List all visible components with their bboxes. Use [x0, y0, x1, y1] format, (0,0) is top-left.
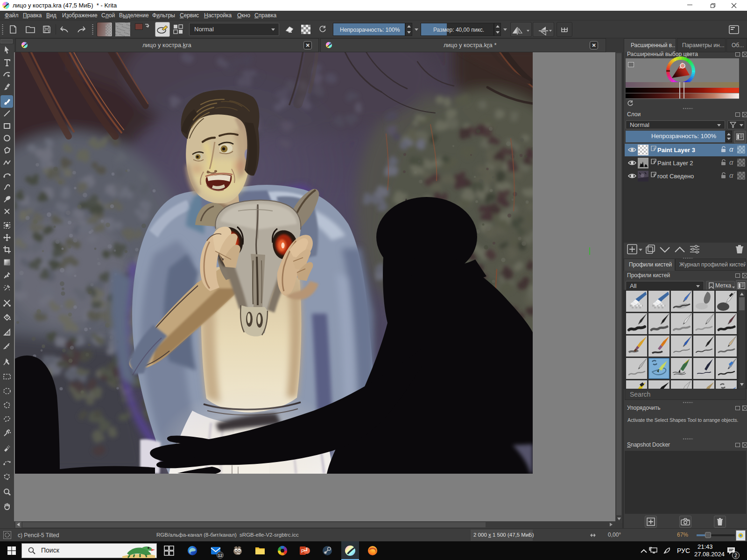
svg-text:P: P	[301, 548, 304, 554]
